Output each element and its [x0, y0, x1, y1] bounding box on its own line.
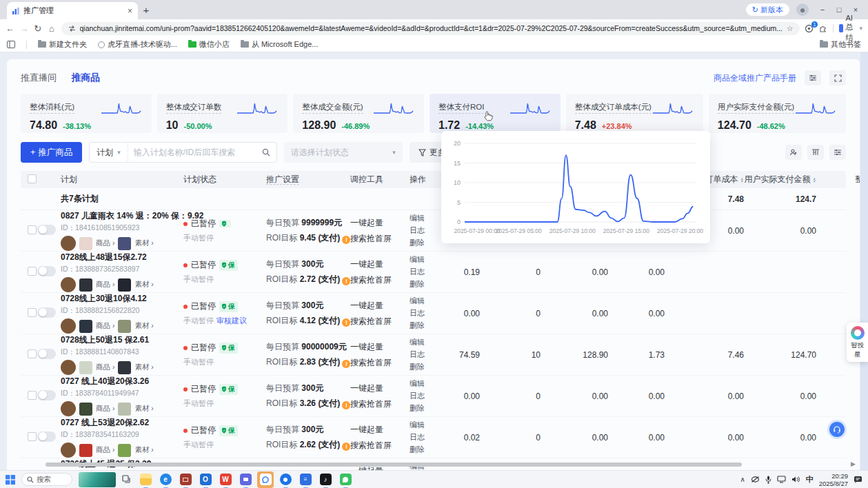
- op-edit-link[interactable]: 编辑: [410, 337, 447, 347]
- side-panel-icon[interactable]: [7, 41, 15, 48]
- blue-circle-app[interactable]: [277, 471, 294, 488]
- taskbar-search[interactable]: 搜索: [21, 473, 72, 486]
- tool-search-screen[interactable]: 搜索抢首屏: [350, 274, 410, 286]
- op-delete-link[interactable]: 删除: [410, 321, 447, 331]
- header-tools[interactable]: 调控工具: [350, 174, 410, 185]
- plan-title[interactable]: 0827 儿童雨衣 14% 退：20% 保：9.92: [61, 210, 183, 222]
- table-row[interactable]: 0728线上48退15保2.72 ID：1838887362583897 商品 …: [21, 252, 846, 293]
- op-delete-link[interactable]: 删除: [410, 362, 447, 372]
- create-campaign-button[interactable]: +推广商品: [21, 142, 82, 163]
- network-display-icon[interactable]: [777, 476, 786, 483]
- columns-config-icon[interactable]: [805, 70, 821, 85]
- op-edit-link[interactable]: 编辑: [410, 378, 447, 389]
- header-metric-column[interactable]: 用户实际支付金额▲▼: [752, 174, 825, 185]
- qianchuan-app[interactable]: [257, 471, 274, 488]
- row-checkbox[interactable]: [28, 391, 37, 400]
- roi-info-icon[interactable]: !: [342, 318, 350, 327]
- op-delete-link[interactable]: 删除: [410, 403, 447, 414]
- bookmark-item[interactable]: 新建文件夹: [38, 39, 87, 50]
- plan-title[interactable]: 0727 线上40退20保3.26: [61, 376, 183, 387]
- row-toggle-switch[interactable]: [37, 225, 56, 235]
- edge-app[interactable]: e: [157, 471, 174, 488]
- metric-card[interactable]: 整体支付ROI 1.72 -14.43%: [430, 94, 561, 133]
- material-link[interactable]: 素材 ›: [134, 238, 153, 248]
- home-icon[interactable]: ⌂: [47, 23, 56, 34]
- plan-title[interactable]: 0728线上50退15 保2.61: [61, 334, 183, 346]
- horizontal-scrollbar[interactable]: ▶: [21, 462, 846, 467]
- product-link[interactable]: 商品 ›: [96, 404, 114, 414]
- bookmark-item[interactable]: 虎牙直播-技术驱动...: [98, 39, 177, 50]
- fullscreen-icon[interactable]: [829, 70, 846, 85]
- tool-search-screen[interactable]: 搜索抢首屏: [350, 398, 410, 410]
- indigo-app[interactable]: [237, 471, 254, 488]
- header-metric-column[interactable]: 整体: [825, 174, 860, 185]
- sort-icon[interactable]: ▲▼: [740, 177, 744, 183]
- blue-square-app[interactable]: ≡: [297, 471, 314, 488]
- metric-card[interactable]: 整体成交金额(元) 128.90 -46.89%: [293, 94, 424, 133]
- plan-title[interactable]: 0728线上48退15保2.72: [61, 252, 183, 263]
- op-log-link[interactable]: 日志: [410, 432, 447, 443]
- bookmark-item[interactable]: 微信小店: [188, 39, 230, 50]
- header-status[interactable]: 计划状态: [183, 174, 266, 185]
- roi-info-icon[interactable]: !: [342, 236, 350, 244]
- table-row[interactable]: 0728线上30退10保4.12 ID：1838882156822820 商品 …: [21, 293, 846, 334]
- scroll-right-arrow[interactable]: ▶: [851, 460, 856, 467]
- tool-one-key-boost[interactable]: 一键起量: [350, 424, 410, 436]
- bookmark-star-icon[interactable]: ☆: [787, 24, 793, 32]
- tab-live-room[interactable]: 推直播间: [21, 72, 57, 84]
- task-view-icon[interactable]: [122, 475, 131, 484]
- browser-tab[interactable]: 推广管理 ×: [7, 2, 138, 19]
- product-link[interactable]: 商品 ›: [96, 445, 114, 455]
- header-settings[interactable]: 推广设置: [266, 174, 350, 185]
- zhitouxing-widget[interactable]: 智投星: [847, 323, 868, 362]
- douyin-app[interactable]: ♪: [317, 471, 334, 488]
- chart-columns-icon[interactable]: [807, 145, 824, 160]
- product-link[interactable]: 商品 ›: [96, 321, 114, 331]
- audience-person-icon[interactable]: [785, 145, 802, 160]
- tool-one-key-boost[interactable]: 一键起量: [350, 258, 410, 270]
- tool-one-key-boost[interactable]: 一键起量: [350, 383, 410, 394]
- plan-title[interactable]: 0727 线上53退20保2.62: [61, 417, 183, 429]
- material-link[interactable]: 素材 ›: [134, 321, 153, 331]
- row-toggle-switch[interactable]: [37, 431, 56, 442]
- metric-card[interactable]: 整体成交订单成本(元) 7.48 +23.84%: [566, 94, 703, 133]
- start-button[interactable]: [6, 475, 15, 485]
- material-link[interactable]: 素材 ›: [134, 445, 153, 455]
- material-link[interactable]: 素材 ›: [134, 280, 153, 289]
- scrollbar-thumb[interactable]: [46, 462, 742, 467]
- op-edit-link[interactable]: 编辑: [410, 420, 447, 430]
- sort-icon[interactable]: ▲▼: [813, 177, 816, 183]
- review-suggestion-link[interactable]: 审核建议: [216, 316, 247, 325]
- op-log-link[interactable]: 日志: [410, 267, 447, 277]
- select-all-checkbox[interactable]: [28, 174, 37, 183]
- op-log-link[interactable]: 日志: [410, 308, 447, 318]
- forward-icon[interactable]: →: [19, 23, 28, 34]
- extension-icon[interactable]: 1: [805, 24, 814, 33]
- product-link[interactable]: 商品 ›: [96, 238, 114, 248]
- search-type-select[interactable]: 计划▾: [90, 143, 128, 162]
- red-store-app[interactable]: [177, 471, 194, 488]
- manual-link[interactable]: 商品全域推广产品手册: [714, 72, 796, 84]
- op-log-link[interactable]: 日志: [410, 349, 447, 360]
- extensions-puzzle-icon[interactable]: [819, 24, 827, 32]
- table-row[interactable]: 0827 儿童雨衣 14% 退：20% 保：9.92 ID：1841610851…: [21, 210, 846, 252]
- roi-info-icon[interactable]: !: [342, 277, 350, 285]
- row-toggle-switch[interactable]: [37, 390, 56, 400]
- table-settings-icon[interactable]: [829, 145, 846, 160]
- roi-info-icon[interactable]: !: [342, 443, 350, 451]
- notification-icon[interactable]: [854, 476, 862, 484]
- metric-card[interactable]: 整体消耗(元) 74.80 -38.13%: [21, 94, 152, 133]
- tool-search-screen[interactable]: 搜索抢首屏: [350, 316, 410, 327]
- header-plan[interactable]: 计划: [61, 174, 183, 185]
- help-fab-button[interactable]: [827, 420, 847, 439]
- tool-search-screen[interactable]: 搜索抢首屏: [350, 440, 410, 451]
- reload-icon[interactable]: ↻: [33, 23, 42, 34]
- op-log-link[interactable]: 日志: [410, 391, 447, 401]
- tab-products[interactable]: 推商品: [72, 72, 100, 84]
- wps-app[interactable]: W: [217, 471, 234, 488]
- outlook-app[interactable]: O: [197, 471, 214, 488]
- op-edit-link[interactable]: 编辑: [410, 296, 447, 306]
- material-link[interactable]: 素材 ›: [134, 363, 153, 372]
- search-icon[interactable]: [256, 148, 276, 156]
- row-toggle-switch[interactable]: [37, 349, 56, 359]
